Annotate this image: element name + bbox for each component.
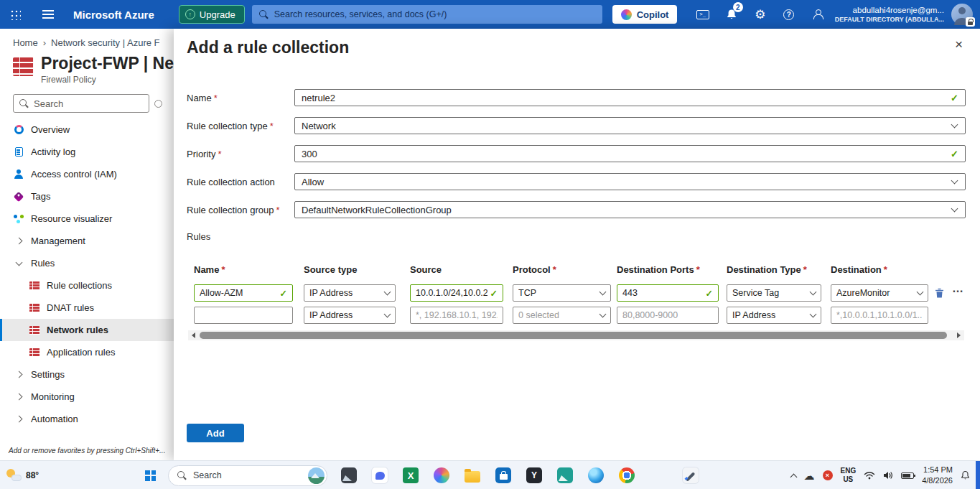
chevron-down-icon [13, 258, 24, 269]
global-search-input[interactable]: Search resources, services, and docs (G+… [252, 5, 602, 24]
protocol-select[interactable]: TCP [513, 284, 611, 302]
destination-input[interactable]: *,10.0.0.1,10.1.0.0/1... [831, 307, 928, 324]
add-button[interactable]: Add [187, 424, 244, 442]
source-type-select[interactable]: IP Address [304, 307, 396, 324]
wifi-icon[interactable] [864, 471, 875, 480]
sidebar-item-dnat-rules[interactable]: DNAT rules [0, 297, 174, 319]
rule-name-input[interactable]: Allow-AZM ✓ [194, 284, 293, 302]
rule-collection-action-select[interactable]: Allow [294, 173, 966, 190]
priority-input[interactable]: 300 ✓ [294, 145, 966, 162]
avatar[interactable] [951, 4, 973, 25]
app-launcher-button[interactable] [0, 0, 30, 29]
sidebar-item-overview[interactable]: Overview [0, 118, 174, 141]
sidebar-item-application-rules[interactable]: Application rules [0, 341, 174, 363]
brand-title[interactable]: Microsoft Azure [73, 9, 154, 21]
weather-widget[interactable]: 88° [6, 461, 39, 489]
copilot-button[interactable]: Copilot [612, 5, 678, 24]
sidebar-item-rule-collections[interactable]: Rule collections [0, 274, 174, 297]
sidebar-item-monitoring[interactable]: Monitoring [0, 386, 174, 408]
photos-app-icon[interactable] [340, 466, 358, 485]
portal-menu-button[interactable] [33, 0, 63, 29]
copilot-app-icon[interactable] [432, 466, 451, 485]
clock-widget[interactable]: 1:54 PM 4/8/2026 [922, 465, 953, 486]
source-type-select[interactable]: IP Address [304, 284, 396, 302]
gallery-icon [557, 467, 573, 483]
sidebar-item-resource-visualizer[interactable]: Resource visualizer [0, 208, 174, 230]
scrollbar-track[interactable] [198, 330, 954, 340]
destination-ports-input[interactable]: 80,8000-9000 [617, 307, 719, 324]
protocol-select[interactable]: 0 selected [513, 307, 611, 324]
sidebar-item-network-rules[interactable]: Network rules [0, 319, 174, 341]
column-header-name: Name* [194, 264, 293, 275]
sidebar-collapse-toggle[interactable] [154, 100, 162, 108]
destination-type-select[interactable]: Service Tag [727, 284, 821, 302]
gallery-app-icon[interactable] [556, 466, 574, 485]
scroll-right-button[interactable] [954, 330, 964, 340]
destination-ports-input[interactable]: 443 ✓ [617, 284, 719, 302]
upgrade-button[interactable]: ↑ Upgrade [179, 5, 245, 24]
rule-collection-group-select[interactable]: DefaultNetworkRuleCollectionGroup [294, 201, 966, 218]
source-input[interactable]: *, 192.168.10.1, 192... [410, 307, 503, 324]
column-header-source-type: Source type [304, 264, 396, 275]
chat-app-icon[interactable] [370, 466, 389, 485]
sync-error-icon[interactable]: × [823, 470, 833, 480]
rule-name-input[interactable] [194, 307, 293, 324]
row-more-options-button[interactable]: … [952, 282, 964, 295]
source-input[interactable]: 10.0.1.0/24,10.0.2.... ✓ [410, 284, 503, 302]
store-app-icon[interactable] [494, 466, 513, 485]
tray-date: 4/8/2026 [922, 475, 953, 486]
notification-bell-icon[interactable] [961, 470, 970, 480]
battery-icon[interactable] [901, 472, 914, 479]
name-input[interactable]: netrule2 ✓ [294, 89, 966, 106]
sidebar-item-label: Resource visualizer [31, 213, 112, 224]
excel-app-icon[interactable]: X [401, 466, 420, 485]
sidebar-item-rules[interactable]: Rules [0, 252, 174, 274]
cloud-shell-button[interactable]: >_ [689, 0, 717, 29]
sidebar-item-tags[interactable]: Tags [0, 185, 174, 208]
chevron-right-icon [13, 236, 24, 247]
start-button[interactable] [145, 470, 156, 481]
breadcrumb-current[interactable]: Network security | Azure F [51, 37, 159, 48]
taskbar-search-input[interactable]: Search [168, 465, 327, 486]
rule-collection-type-select[interactable]: Network [294, 117, 966, 134]
sidebar-item-activity-log[interactable]: Activity log [0, 141, 174, 163]
tag-icon [13, 191, 24, 202]
sidebar-search-input[interactable]: Search [13, 94, 149, 113]
search-highlight-image[interactable] [308, 467, 325, 484]
breadcrumb-home-link[interactable]: Home [13, 37, 38, 48]
y-app-icon[interactable]: Y [525, 466, 543, 485]
sidebar-item-automation[interactable]: Automation [0, 408, 174, 430]
tray-overflow-chevron-icon[interactable] [790, 473, 797, 480]
chevron-down-icon [599, 288, 607, 295]
account-menu[interactable]: abdullahi4rosenje@gm... DEFAULT DIRECTOR… [835, 5, 944, 24]
edge-app-icon[interactable] [587, 466, 605, 485]
feedback-button[interactable] [803, 0, 832, 29]
file-explorer-icon[interactable] [463, 466, 482, 485]
scroll-left-button[interactable] [188, 330, 198, 340]
sidebar-item-management[interactable]: Management [0, 230, 174, 252]
destination-type-select[interactable]: IP Address [727, 307, 821, 324]
sidebar-item-access-control[interactable]: Access control (IAM) [0, 163, 174, 185]
close-icon[interactable]: × [955, 37, 963, 51]
sidebar-item-settings[interactable]: Settings [0, 363, 174, 386]
destination-ports-value: 443 [622, 288, 703, 298]
rule-row-2: IP Address *, 192.168.10.1, 192... 0 sel… [187, 307, 966, 324]
help-button[interactable]: ? [775, 0, 803, 29]
onedrive-icon[interactable]: ☁ [804, 470, 815, 481]
source-type-value: IP Address [309, 310, 382, 320]
chrome-app-icon[interactable] [617, 466, 636, 485]
taskbar-accent-strip[interactable] [976, 461, 980, 489]
volume-icon[interactable] [883, 471, 893, 480]
delete-row-button[interactable] [935, 288, 944, 300]
rules-horizontal-scrollbar[interactable] [188, 330, 964, 340]
valid-check-icon: ✓ [951, 93, 958, 103]
chevron-down-icon [384, 288, 391, 295]
rules-table-header: Name* Source type Source Protocol* Desti… [187, 264, 966, 277]
language-switcher[interactable]: ENG US [841, 467, 857, 484]
scrollbar-thumb[interactable] [200, 332, 947, 339]
notifications-button[interactable]: 2 [717, 0, 746, 29]
destination-select[interactable]: AzureMonitor [831, 284, 928, 302]
form-row-rule-collection-group: Rule collection group* DefaultNetworkRul… [187, 201, 966, 218]
pen-app-icon[interactable] [681, 466, 700, 485]
settings-button[interactable]: ⚙ [746, 0, 775, 29]
